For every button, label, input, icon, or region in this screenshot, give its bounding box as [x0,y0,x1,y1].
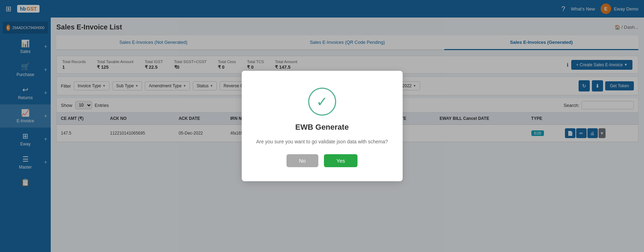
modal-yes-button[interactable]: Yes [324,154,358,167]
modal-message: Are you sure you want to go validate jso… [256,139,388,144]
modal-buttons: No Yes [286,154,358,167]
modal-check-icon: ✓ [308,88,336,116]
modal-title: EWB Generate [295,123,349,132]
modal-no-button[interactable]: No [286,154,318,167]
ewb-generate-modal: ✓ EWB Generate Are you sure you want to … [242,71,403,181]
modal-overlay: ✓ EWB Generate Are you sure you want to … [0,0,644,252]
